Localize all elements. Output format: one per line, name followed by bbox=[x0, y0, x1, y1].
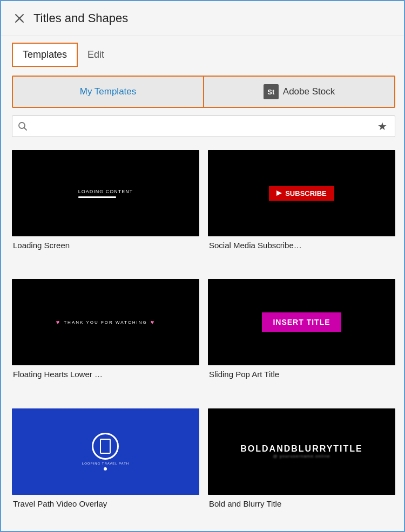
sub-tab-adobe-stock[interactable]: St Adobe Stock bbox=[204, 77, 394, 107]
template-thumbnail: LOADING CONTENT bbox=[12, 150, 199, 236]
tab-edit[interactable]: Edit bbox=[78, 44, 114, 66]
template-thumbnail: LOOPING TRAVEL PATH bbox=[12, 408, 199, 495]
svg-line-1 bbox=[16, 15, 23, 22]
template-thumbnail: SUBSCRIBE bbox=[208, 150, 395, 236]
favorite-button[interactable]: ★ bbox=[375, 118, 389, 135]
list-item[interactable]: ♥ THANK YOU FOR WATCHING ♥ Floating Hear… bbox=[12, 275, 204, 404]
template-label: Loading Screen bbox=[12, 241, 70, 250]
search-icon bbox=[18, 121, 28, 131]
templates-grid: LOADING CONTENT Loading Screen SUBSCRIBE… bbox=[12, 146, 395, 532]
template-label: Travel Path Video Overlay bbox=[12, 499, 107, 508]
template-thumbnail: ♥ THANK YOU FOR WATCHING ♥ bbox=[12, 279, 199, 365]
sub-tabs: My Templates St Adobe Stock bbox=[12, 76, 395, 108]
tab-templates[interactable]: Templates bbox=[12, 43, 78, 67]
list-item[interactable]: LOOPING TRAVEL PATH Travel Path Video Ov… bbox=[12, 404, 204, 532]
sub-tab-my-templates[interactable]: My Templates bbox=[13, 77, 203, 107]
list-item[interactable]: SUBSCRIBE Social Media Subscribe… bbox=[204, 146, 395, 275]
adobe-stock-label: Adobe Stock bbox=[283, 86, 335, 97]
adobe-stock-icon: St bbox=[264, 84, 279, 99]
header: Titles and Shapes bbox=[1, 1, 405, 36]
panel: Titles and Shapes Templates Edit My Temp… bbox=[1, 1, 405, 532]
list-item[interactable]: INSERT TITLE Sliding Pop Art Title bbox=[204, 275, 395, 404]
template-thumbnail: BOLDANDBLURRYTITLE @ yourusername.online bbox=[208, 408, 395, 495]
panel-title: Titles and Shapes bbox=[33, 11, 128, 25]
close-icon bbox=[15, 13, 24, 23]
template-label: Sliding Pop Art Title bbox=[208, 370, 279, 379]
search-bar: ★ bbox=[12, 115, 395, 137]
svg-line-0 bbox=[16, 15, 23, 22]
template-label: Bold and Blurry Title bbox=[208, 499, 281, 508]
template-label: Floating Hearts Lower … bbox=[12, 370, 103, 379]
tabs-row: Templates Edit bbox=[1, 36, 405, 67]
close-button[interactable] bbox=[12, 11, 27, 26]
template-label: Social Media Subscribe… bbox=[208, 241, 302, 250]
list-item[interactable]: BOLDANDBLURRYTITLE @ yourusername.online… bbox=[204, 404, 395, 532]
list-item[interactable]: LOADING CONTENT Loading Screen bbox=[12, 146, 204, 275]
template-thumbnail: INSERT TITLE bbox=[208, 279, 395, 365]
search-input[interactable] bbox=[32, 116, 371, 137]
svg-line-3 bbox=[24, 128, 27, 131]
